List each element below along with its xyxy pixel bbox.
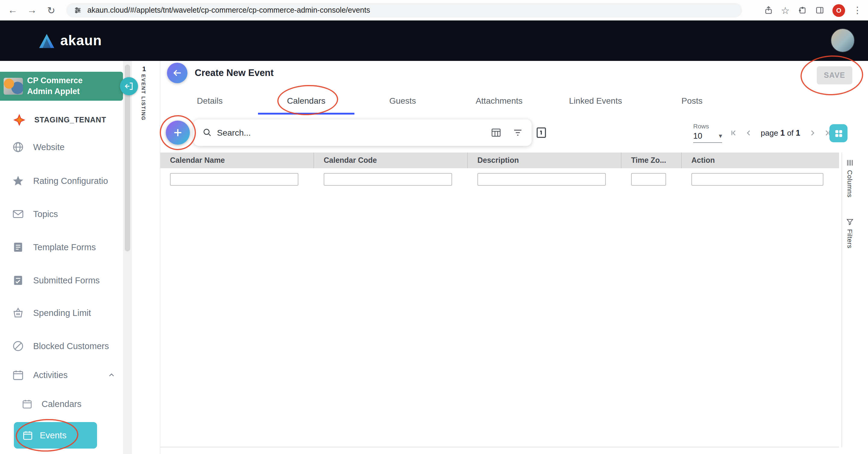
table-body-empty (160, 190, 839, 447)
table-header-row: Calendar Name Calendar Code Description … (160, 153, 839, 168)
logo-text: akaun (60, 33, 102, 49)
columns-icon (846, 158, 854, 167)
bookmark-star-icon[interactable]: ☆ (781, 4, 789, 16)
filter-lines-icon[interactable] (513, 127, 523, 138)
search-input[interactable] (217, 128, 480, 138)
sidebar-item-activities[interactable]: Activities (0, 367, 123, 384)
sidebar-item-template-forms[interactable]: Template Forms (0, 239, 123, 255)
site-info-icon[interactable] (73, 6, 82, 14)
columns-panel-tab[interactable]: Columns (842, 158, 858, 198)
next-page-button[interactable] (807, 128, 817, 138)
page-title: Create New Event (195, 67, 274, 79)
filter-input-action[interactable] (691, 173, 824, 185)
applet-header: CP Commerce Admin Applet (0, 72, 123, 101)
tenant-logo-icon (12, 113, 27, 127)
chevron-up-icon (107, 371, 116, 379)
sidebar-item-calendars[interactable]: Calendars (0, 395, 123, 413)
collapse-applet-button[interactable] (120, 77, 138, 95)
rows-value: 10 (693, 131, 702, 141)
browser-refresh-icon[interactable]: ↻ (43, 4, 59, 16)
tab-guests[interactable]: Guests (354, 89, 451, 115)
tab-attachments[interactable]: Attachments (451, 89, 547, 115)
filter-input-time-zone[interactable] (631, 173, 666, 185)
pagination: page 1 of 1 (730, 128, 832, 138)
applet-name: CP Commerce Admin Applet (27, 75, 107, 97)
filters-panel-tab[interactable]: Filters (842, 218, 858, 248)
column-header-action: Action (682, 153, 839, 168)
sidebar-item-rating-configuration[interactable]: Rating Configuratio (0, 173, 123, 189)
address-bar[interactable]: akaun.cloud/#/applets/tnt/wavelet/cp-com… (66, 3, 742, 18)
dropdown-caret-icon: ▾ (719, 132, 722, 140)
back-button[interactable] (167, 63, 187, 83)
rows-per-page: Rows 10 ▾ (693, 122, 724, 143)
grid-icon (833, 128, 844, 139)
add-calendar-button[interactable] (166, 121, 190, 145)
sidebar-item-topics[interactable]: Topics (0, 206, 123, 222)
app-header: akaun (0, 21, 868, 61)
sidebar-item-label: Events (40, 430, 67, 440)
star-icon (12, 175, 24, 187)
sidebar-item-blocked-customers[interactable]: Blocked Customers (0, 338, 123, 355)
mail-icon (12, 208, 24, 220)
plus-icon (172, 127, 184, 139)
akaun-logo-icon (38, 33, 55, 49)
first-page-button[interactable] (730, 128, 740, 138)
rows-select[interactable]: 10 ▾ (693, 131, 722, 143)
tenant-selector[interactable]: STAGING_TENANT (12, 113, 106, 127)
sidebar-item-label: Calendars (41, 399, 82, 409)
tab-linked-events[interactable]: Linked Events (547, 89, 644, 115)
sidebar-item-submitted-forms[interactable]: Submitted Forms (0, 272, 123, 289)
calendar-icon (22, 430, 33, 441)
filter-input-calendar-code[interactable] (324, 173, 452, 185)
single-page-view-icon[interactable] (535, 126, 548, 139)
grid-view-button[interactable] (830, 124, 847, 142)
sidebar-item-label: Website (33, 142, 64, 152)
column-header-time-zone: Time Zo... (621, 153, 682, 168)
side-panel-icon[interactable] (815, 5, 825, 15)
sidebar-item-label: Spending Limit (33, 308, 91, 318)
form-check-icon (12, 274, 24, 286)
basket-icon (12, 307, 24, 319)
column-header-calendar-name: Calendar Name (160, 153, 314, 168)
applet-thumbnail (4, 78, 23, 95)
rows-label: Rows (693, 122, 724, 130)
prev-page-button[interactable] (744, 128, 754, 138)
total-pages: 1 (796, 128, 800, 138)
table-side-panel-tabs: Columns Filters (841, 153, 857, 447)
columns-label: Columns (846, 170, 854, 198)
sidebar-item-spending-limit[interactable]: Spending Limit (0, 304, 123, 321)
browser-back-icon[interactable]: ← (5, 5, 21, 16)
table-view-icon[interactable] (491, 127, 501, 138)
tenant-label: STAGING_TENANT (34, 116, 106, 124)
search-box (193, 119, 532, 146)
tab-calendars[interactable]: Calendars (258, 89, 354, 115)
screenshot-root: ← → ↻ akaun.cloud/#/applets/tnt/wavelet/… (0, 0, 868, 454)
column-header-description: Description (468, 153, 621, 168)
filter-input-description[interactable] (477, 173, 606, 185)
user-avatar[interactable] (831, 28, 855, 53)
save-button[interactable]: SAVE (817, 66, 852, 84)
tab-details[interactable]: Details (161, 89, 258, 115)
sidebar-item-label: Topics (33, 209, 58, 219)
browser-profile-avatar[interactable]: O (832, 4, 845, 17)
page-indicator: page 1 of 1 (761, 128, 800, 138)
search-icon (203, 128, 212, 138)
extensions-icon[interactable] (798, 5, 807, 15)
filter-input-calendar-name[interactable] (170, 173, 299, 185)
column-header-calendar-code: Calendar Code (314, 153, 468, 168)
current-page: 1 (780, 128, 785, 138)
sidebar-item-label: Template Forms (33, 242, 96, 252)
listing-toolbar: Rows 10 ▾ page 1 o (160, 116, 839, 150)
sidebar: CP Commerce Admin Applet STAGING_TENANT … (0, 61, 123, 454)
browser-forward-icon[interactable]: → (24, 5, 40, 16)
exit-icon (124, 81, 134, 91)
tab-posts[interactable]: Posts (644, 89, 740, 115)
sidebar-item-events-selected[interactable]: Events (14, 422, 97, 449)
share-icon[interactable] (764, 5, 773, 15)
event-listing-collapsed-tab[interactable]: 1 EVENT LISTING (132, 61, 160, 454)
sidebar-item-website[interactable]: Website (0, 139, 123, 156)
calendar-icon (22, 398, 33, 410)
browser-menu-icon[interactable]: ⋮ (853, 5, 862, 16)
document-icon (12, 241, 24, 253)
listing-label: EVENT LISTING (141, 74, 147, 121)
